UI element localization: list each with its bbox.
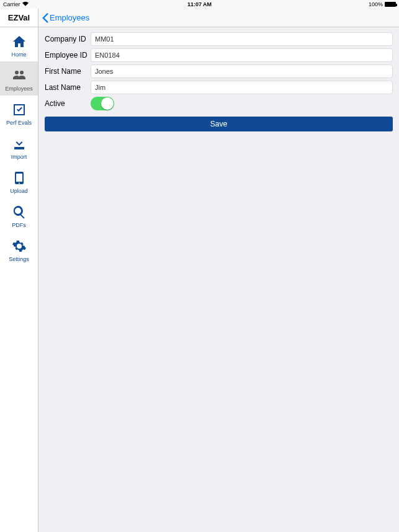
battery-icon <box>385 2 396 7</box>
employee-form: Company ID Employee ID First Name Last N… <box>38 27 399 136</box>
people-icon <box>11 68 27 84</box>
row-first-name: First Name <box>45 64 393 78</box>
back-label: Employees <box>50 13 89 22</box>
wifi-icon <box>22 1 29 7</box>
company-id-label: Company ID <box>45 35 91 43</box>
row-last-name: Last Name <box>45 81 393 94</box>
sidebar-item-settings[interactable]: Settings <box>0 232 38 266</box>
sidebar: EZVal Home Employees Perf Evals Import <box>0 9 38 532</box>
employee-id-input[interactable] <box>91 48 393 62</box>
home-icon <box>11 33 27 50</box>
first-name-input[interactable] <box>91 64 393 78</box>
toggle-knob <box>101 97 114 110</box>
row-employee-id: Employee ID <box>45 48 393 62</box>
back-button[interactable]: Employees <box>42 13 89 23</box>
search-icon <box>11 204 27 220</box>
employee-id-label: Employee ID <box>45 51 91 60</box>
row-active: Active <box>45 97 393 110</box>
sidebar-item-pdfs[interactable]: PDFs <box>0 198 38 232</box>
company-id-input[interactable] <box>91 32 393 46</box>
active-label: Active <box>45 99 91 108</box>
last-name-input[interactable] <box>91 81 393 94</box>
sidebar-item-label: PDFs <box>12 222 26 228</box>
save-button[interactable]: Save <box>45 117 393 131</box>
sidebar-item-import[interactable]: Import <box>0 130 38 164</box>
sidebar-item-label: Upload <box>10 188 28 194</box>
sidebar-item-label: Import <box>11 154 27 160</box>
sidebar-item-perf-evals[interactable]: Perf Evals <box>0 95 38 130</box>
battery-pct: 100% <box>369 1 383 7</box>
sidebar-item-upload[interactable]: Upload <box>0 164 38 198</box>
clock-text: 11:07 AM <box>187 1 212 7</box>
status-bar: Carrier 11:07 AM 100% <box>0 0 399 9</box>
main-content: Employees Company ID Employee ID First N… <box>38 9 399 532</box>
first-name-label: First Name <box>45 67 91 76</box>
phone-icon <box>11 170 27 186</box>
sidebar-item-label: Home <box>11 51 26 58</box>
sidebar-item-employees[interactable]: Employees <box>0 61 38 95</box>
row-company-id: Company ID <box>45 32 393 46</box>
sidebar-item-label: Settings <box>9 256 29 262</box>
sidebar-item-home[interactable]: Home <box>0 27 38 61</box>
nav-bar: Employees <box>38 9 399 27</box>
gear-icon <box>11 238 27 254</box>
sidebar-item-label: Perf Evals <box>6 120 32 126</box>
active-toggle[interactable] <box>91 97 114 110</box>
last-name-label: Last Name <box>45 83 91 92</box>
carrier-text: Carrier <box>3 1 20 7</box>
sidebar-item-label: Employees <box>5 86 33 92</box>
download-icon <box>11 136 27 152</box>
checklist-icon <box>11 102 27 118</box>
app-title: EZVal <box>0 9 38 27</box>
chevron-left-icon <box>42 13 48 23</box>
